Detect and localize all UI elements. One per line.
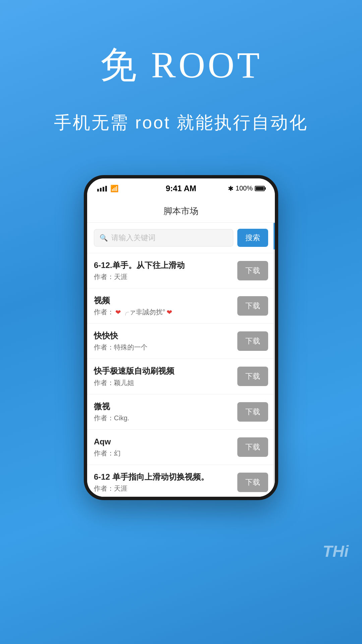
script-author: 作者：天涯 xyxy=(94,272,232,281)
hero-title: 免 ROOT xyxy=(20,40,342,90)
script-author: 作者：幻 xyxy=(94,449,232,458)
phone-mockup: 📶 9:41 AM ✱ 100% 脚本市场 🔍 请输入关键词 xyxy=(84,175,278,500)
script-name: 快手极速版自动刷视频 xyxy=(94,366,232,376)
bottom-area: THi xyxy=(0,500,362,567)
status-bar: 📶 9:41 AM ✱ 100% xyxy=(87,178,275,199)
script-name: 快快快 xyxy=(94,330,232,341)
script-name: Aqw xyxy=(94,436,232,447)
script-name: 微视 xyxy=(94,401,232,412)
signal-bar-3 xyxy=(103,187,104,192)
phone-content: 🔍 请输入关键词 搜索 6-12.单手。从下往上滑动 作者：天涯 下载 xyxy=(87,223,275,497)
list-item: 微视 作者：Cikg. 下载 xyxy=(87,394,275,430)
script-info: 6-12.单手。从下往上滑动 作者：天涯 xyxy=(94,260,237,281)
scrollbar-thumb xyxy=(274,223,275,250)
download-button[interactable]: 下载 xyxy=(237,296,268,316)
signal-bar-2 xyxy=(100,188,102,192)
battery-icon xyxy=(255,186,265,191)
heart-icon-right: ❤ xyxy=(167,308,172,316)
list-item: 6-12.单手。从下往上滑动 作者：天涯 下载 xyxy=(87,253,275,288)
scrollbar[interactable] xyxy=(274,223,275,497)
hero-subtitle: 手机无需 root 就能执行自动化 xyxy=(20,110,342,135)
script-info: 微视 作者：Cikg. xyxy=(94,401,237,423)
list-item: 快手极速版自动刷视频 作者：颖儿姐 下载 xyxy=(87,359,275,394)
script-name: 6-12 单手指向上滑动切换视频。 xyxy=(94,472,232,482)
hero-section: 免 ROOT 手机无需 root 就能执行自动化 xyxy=(0,0,362,155)
script-info: Aqw 作者：幻 xyxy=(94,436,237,458)
download-button[interactable]: 下载 xyxy=(237,367,268,386)
bluetooth-icon: ✱ xyxy=(228,184,234,193)
script-author: 作者： ❤ ╭ァ非誠勿扰° ❤ xyxy=(94,308,232,317)
script-name: 视频 xyxy=(94,295,232,306)
download-button[interactable]: 下载 xyxy=(237,331,268,351)
script-info: 6-12 单手指向上滑动切换视频。 作者：天涯 xyxy=(94,472,237,493)
download-button[interactable]: 下载 xyxy=(237,473,268,492)
status-left: 📶 xyxy=(97,184,119,193)
script-info: 视频 作者： ❤ ╭ァ非誠勿扰° ❤ xyxy=(94,295,237,317)
script-author: 作者：Cikg. xyxy=(94,414,232,423)
search-icon: 🔍 xyxy=(100,234,108,242)
search-placeholder-text: 请输入关键词 xyxy=(111,233,156,243)
script-list: 6-12.单手。从下往上滑动 作者：天涯 下载 视频 作者： ❤ ╭ァ非誠勿扰°… xyxy=(87,253,275,497)
search-input-wrapper[interactable]: 🔍 请输入关键词 xyxy=(94,229,233,247)
script-info: 快手极速版自动刷视频 作者：颖儿姐 xyxy=(94,366,237,387)
watermark-text: THi xyxy=(323,542,349,560)
list-item: Aqw 作者：幻 下载 xyxy=(87,430,275,465)
list-item: 6-12 单手指向上滑动切换视频。 作者：天涯 下载 xyxy=(87,465,275,497)
search-area: 🔍 请输入关键词 搜索 xyxy=(87,223,275,253)
list-item: 快快快 作者：特殊的一个 下载 xyxy=(87,324,275,359)
signal-bar-4 xyxy=(105,186,107,192)
signal-bars xyxy=(97,185,107,192)
download-button[interactable]: 下载 xyxy=(237,261,268,280)
script-author: 作者：颖儿姐 xyxy=(94,378,232,387)
script-author: 作者：特殊的一个 xyxy=(94,343,232,352)
script-author: 作者：天涯 xyxy=(94,484,232,493)
download-button[interactable]: 下载 xyxy=(237,437,268,457)
battery-fill xyxy=(256,187,264,190)
app-title: 脚本市场 xyxy=(164,206,198,216)
status-right: ✱ 100% xyxy=(228,184,265,193)
heart-icon-left: ❤ xyxy=(115,308,121,316)
battery-percent: 100% xyxy=(236,184,253,192)
list-item: 视频 作者： ❤ ╭ァ非誠勿扰° ❤ 下载 xyxy=(87,288,275,324)
download-button[interactable]: 下载 xyxy=(237,402,268,422)
wifi-icon: 📶 xyxy=(110,184,119,193)
script-name: 6-12.单手。从下往上滑动 xyxy=(94,260,232,270)
phone-container: 📶 9:41 AM ✱ 100% 脚本市场 🔍 请输入关键词 xyxy=(0,155,362,500)
signal-bar-1 xyxy=(97,189,99,192)
search-button[interactable]: 搜索 xyxy=(237,229,268,247)
status-time: 9:41 AM xyxy=(166,184,196,193)
app-header: 脚本市场 xyxy=(87,199,275,223)
script-info: 快快快 作者：特殊的一个 xyxy=(94,330,237,352)
